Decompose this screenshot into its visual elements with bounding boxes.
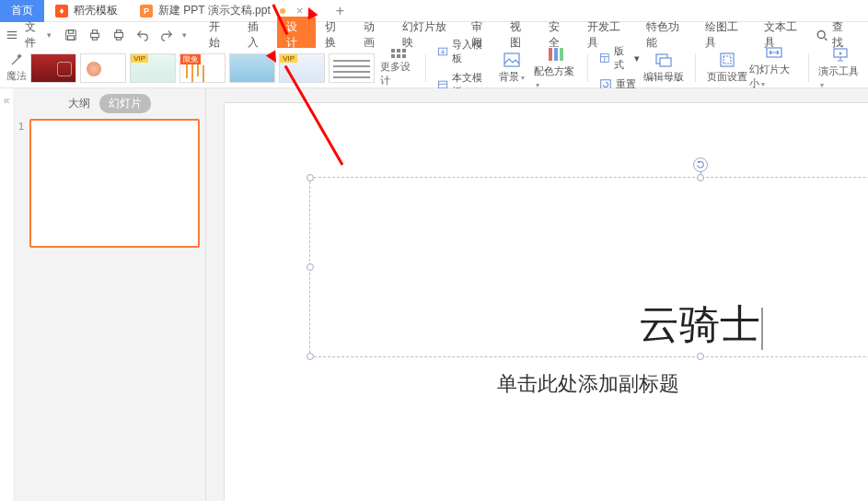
title-placeholder[interactable]: 云骑士 xyxy=(309,177,868,357)
template-thumb[interactable]: 限免 xyxy=(179,53,226,83)
svg-rect-15 xyxy=(439,81,447,88)
print-preview-icon[interactable] xyxy=(87,27,103,43)
chevron-down-icon: ▾ xyxy=(47,30,52,40)
save-icon[interactable] xyxy=(63,27,79,43)
edit-master-icon xyxy=(655,52,672,67)
slide-page[interactable]: 云骑士 单击此处添加副标题 xyxy=(225,103,868,501)
slide-canvas-area: 云骑士 单击此处添加副标题 xyxy=(206,88,868,501)
svg-rect-28 xyxy=(723,56,731,64)
slide-thumbnail[interactable] xyxy=(29,119,200,248)
page-setup-icon xyxy=(719,52,735,67)
svg-rect-27 xyxy=(721,53,734,66)
title-text[interactable]: 云骑士 xyxy=(639,297,763,352)
template-thumb[interactable] xyxy=(329,53,375,83)
svg-rect-17 xyxy=(504,53,519,66)
collapse-sidebar-icon[interactable]: « xyxy=(0,88,13,501)
svg-rect-6 xyxy=(91,33,99,37)
resize-handle[interactable] xyxy=(697,353,704,360)
svg-rect-26 xyxy=(660,58,671,66)
layout-button[interactable]: 版式▾ xyxy=(597,43,642,73)
svg-rect-18 xyxy=(549,48,552,61)
svg-rect-10 xyxy=(117,30,122,33)
file-menu[interactable]: 文件▾ xyxy=(21,19,55,51)
color-scheme-button[interactable]: 配色方案▾ xyxy=(534,48,578,87)
tab-docer[interactable]: ♦ 稻壳模板 xyxy=(44,0,129,22)
slide-size-icon xyxy=(766,45,782,60)
present-tools-icon xyxy=(832,47,849,62)
resize-handle[interactable] xyxy=(307,263,314,271)
template-thumb[interactable] xyxy=(30,53,76,83)
page-setup-button[interactable]: 页面设置 xyxy=(705,48,749,87)
tab-home[interactable]: 首页 xyxy=(0,0,44,22)
more-design-button[interactable]: 更多设计 xyxy=(380,48,416,87)
edit-master-button[interactable]: 编辑母版 xyxy=(642,48,686,87)
template-thumb[interactable] xyxy=(80,53,126,83)
svg-rect-11 xyxy=(117,38,122,41)
unsaved-dot-icon xyxy=(280,8,285,14)
template-thumb[interactable]: VIP xyxy=(279,53,325,83)
svg-rect-5 xyxy=(68,36,75,40)
svg-rect-7 xyxy=(93,30,98,34)
grid-icon xyxy=(391,49,406,58)
slide-panel: 大纲 幻灯片 1 xyxy=(13,88,206,501)
svg-rect-20 xyxy=(560,48,563,61)
svg-point-12 xyxy=(817,30,825,38)
svg-rect-8 xyxy=(93,38,98,41)
background-icon xyxy=(503,52,520,67)
svg-rect-9 xyxy=(115,32,123,37)
svg-rect-19 xyxy=(554,48,558,61)
slide-size-button[interactable]: 幻灯片大小▾ xyxy=(749,48,799,87)
text-caret-icon xyxy=(762,308,763,350)
outline-tab[interactable]: 大纲 xyxy=(68,96,90,111)
background-button[interactable]: 背景▾ xyxy=(490,48,534,87)
import-template-button[interactable]: 导入模板 xyxy=(435,37,490,66)
present-tools-button[interactable]: 演示工具▾ xyxy=(818,48,862,87)
subtitle-placeholder-text[interactable]: 单击此处添加副标题 xyxy=(497,370,679,398)
svg-line-13 xyxy=(825,38,827,41)
template-gallery: VIP 限免 VIP xyxy=(30,48,375,87)
rotate-handle-icon[interactable] xyxy=(693,157,708,172)
resize-handle[interactable] xyxy=(307,174,314,181)
svg-rect-4 xyxy=(69,30,74,34)
resize-handle[interactable] xyxy=(697,174,704,181)
docer-icon: ♦ xyxy=(55,5,68,17)
qat-more-icon[interactable]: ▾ xyxy=(182,30,187,40)
slides-tab[interactable]: 幻灯片 xyxy=(99,94,151,113)
template-thumb[interactable]: VIP xyxy=(130,53,176,83)
close-tab-icon[interactable]: × xyxy=(296,4,304,17)
slide-number: 1 xyxy=(18,119,24,248)
ppt-file-icon: P xyxy=(140,5,153,17)
template-thumb[interactable] xyxy=(229,53,275,83)
resize-handle[interactable] xyxy=(307,353,314,360)
print-icon[interactable] xyxy=(110,27,127,43)
hamburger-icon[interactable] xyxy=(4,27,19,43)
svg-marker-31 xyxy=(839,52,842,55)
color-scheme-icon xyxy=(548,47,564,62)
redo-icon[interactable] xyxy=(158,27,175,43)
undo-icon[interactable] xyxy=(134,27,151,43)
magic-button[interactable]: 魔法 xyxy=(6,48,27,87)
